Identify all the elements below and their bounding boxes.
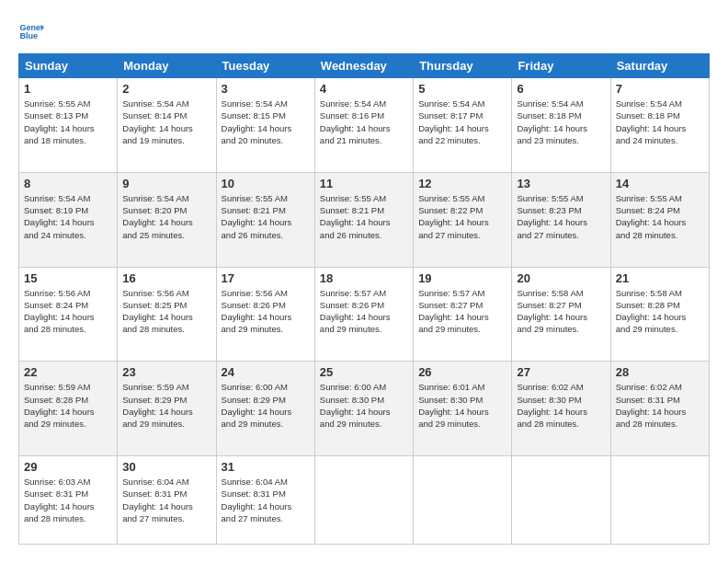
- cell-content-line: Daylight: 14 hours: [517, 406, 605, 418]
- cell-content-line: and 24 minutes.: [616, 134, 704, 146]
- cell-content-line: Sunrise: 5:55 AM: [517, 192, 605, 204]
- cell-content-line: Sunrise: 5:54 AM: [24, 192, 112, 204]
- day-number: 3: [222, 82, 310, 96]
- calendar-cell: 11Sunrise: 5:55 AMSunset: 8:21 PMDayligh…: [314, 172, 413, 267]
- day-number: 13: [517, 177, 605, 190]
- calendar-week-2: 15Sunrise: 5:56 AMSunset: 8:24 PMDayligh…: [19, 267, 710, 362]
- cell-content-line: Sunrise: 5:59 AM: [24, 381, 112, 393]
- calendar-cell: 10Sunrise: 5:55 AMSunset: 8:21 PMDayligh…: [216, 172, 314, 267]
- cell-content-line: Daylight: 14 hours: [24, 216, 112, 228]
- cell-content-line: and 26 minutes.: [320, 229, 408, 241]
- cell-content-line: Sunrise: 5:58 AM: [517, 287, 605, 299]
- day-number: 27: [517, 365, 605, 379]
- svg-text:General: General: [19, 23, 44, 32]
- calendar-week-0: 1Sunrise: 5:55 AMSunset: 8:13 PMDaylight…: [19, 78, 710, 173]
- cell-content-line: Sunset: 8:16 PM: [320, 109, 408, 121]
- day-number: 10: [222, 177, 310, 190]
- cell-content-line: and 27 minutes.: [418, 229, 506, 241]
- page: General Blue SundayMondayTuesdayWednesda…: [0, 0, 728, 563]
- day-number: 17: [222, 271, 310, 285]
- cell-content-line: and 29 minutes.: [320, 418, 408, 430]
- day-number: 5: [418, 82, 506, 96]
- cell-content-line: Sunrise: 5:55 AM: [616, 192, 704, 204]
- calendar-cell: 3Sunrise: 5:54 AMSunset: 8:15 PMDaylight…: [216, 78, 314, 173]
- calendar-cell: 25Sunrise: 6:00 AMSunset: 8:30 PMDayligh…: [314, 362, 413, 456]
- cell-content-line: Sunset: 8:23 PM: [517, 204, 605, 216]
- day-number: 2: [122, 82, 210, 96]
- cell-content-line: Sunrise: 5:58 AM: [616, 287, 704, 299]
- cell-content-line: Sunrise: 5:54 AM: [222, 98, 310, 109]
- cell-content-line: Sunset: 8:18 PM: [616, 109, 704, 121]
- cell-content-line: Sunrise: 5:54 AM: [418, 98, 506, 109]
- cell-content-line: Sunset: 8:30 PM: [517, 394, 605, 406]
- calendar-cell: 7Sunrise: 5:54 AMSunset: 8:18 PMDaylight…: [610, 78, 709, 173]
- day-number: 28: [616, 365, 704, 379]
- calendar-header-friday: Friday: [512, 54, 610, 78]
- cell-content-line: Sunrise: 6:02 AM: [616, 381, 704, 393]
- logo: General Blue: [18, 18, 48, 44]
- cell-content-line: and 27 minutes.: [222, 512, 310, 524]
- calendar-cell: 29Sunrise: 6:03 AMSunset: 8:31 PMDayligh…: [19, 456, 118, 545]
- cell-content-line: and 29 minutes.: [418, 418, 506, 430]
- day-number: 4: [320, 82, 408, 96]
- cell-content-line: Daylight: 14 hours: [418, 216, 506, 228]
- day-number: 12: [418, 177, 506, 190]
- cell-content-line: and 20 minutes.: [222, 134, 310, 146]
- day-number: 8: [24, 177, 112, 190]
- cell-content-line: Sunrise: 6:00 AM: [320, 381, 408, 393]
- day-number: 6: [517, 82, 605, 96]
- calendar-cell: 12Sunrise: 5:55 AMSunset: 8:22 PMDayligh…: [414, 172, 512, 267]
- cell-content-line: and 19 minutes.: [122, 134, 210, 146]
- cell-content-line: Sunrise: 6:01 AM: [418, 381, 506, 393]
- cell-content-line: Sunrise: 5:57 AM: [418, 287, 506, 299]
- cell-content-line: Daylight: 14 hours: [222, 406, 310, 418]
- calendar-cell: [512, 456, 610, 545]
- cell-content-line: Sunset: 8:26 PM: [320, 299, 408, 311]
- cell-content-line: Daylight: 14 hours: [418, 311, 506, 323]
- calendar-cell: 18Sunrise: 5:57 AMSunset: 8:26 PMDayligh…: [314, 267, 413, 362]
- cell-content-line: Sunrise: 5:55 AM: [320, 192, 408, 204]
- calendar-cell: 22Sunrise: 5:59 AMSunset: 8:28 PMDayligh…: [19, 362, 118, 456]
- day-number: 29: [24, 460, 112, 474]
- cell-content-line: Daylight: 14 hours: [222, 311, 310, 323]
- cell-content-line: and 29 minutes.: [517, 323, 605, 335]
- cell-content-line: Sunset: 8:29 PM: [122, 394, 210, 406]
- cell-content-line: and 28 minutes.: [122, 323, 210, 335]
- cell-content-line: and 29 minutes.: [320, 323, 408, 335]
- cell-content-line: Sunrise: 5:56 AM: [222, 287, 310, 299]
- calendar-cell: [414, 456, 512, 545]
- cell-content-line: Daylight: 14 hours: [24, 122, 112, 134]
- cell-content-line: Sunset: 8:29 PM: [222, 394, 310, 406]
- day-number: 19: [418, 271, 506, 285]
- cell-content-line: Daylight: 14 hours: [418, 406, 506, 418]
- cell-content-line: and 28 minutes.: [517, 418, 605, 430]
- cell-content-line: Daylight: 14 hours: [616, 406, 704, 418]
- cell-content-line: Daylight: 14 hours: [320, 216, 408, 228]
- cell-content-line: Daylight: 14 hours: [24, 406, 112, 418]
- cell-content-line: Sunset: 8:27 PM: [418, 299, 506, 311]
- cell-content-line: Daylight: 14 hours: [122, 311, 210, 323]
- cell-content-line: Sunset: 8:31 PM: [616, 394, 704, 406]
- cell-content-line: Sunset: 8:20 PM: [122, 204, 210, 216]
- cell-content-line: Sunset: 8:28 PM: [616, 299, 704, 311]
- cell-content-line: Daylight: 14 hours: [122, 122, 210, 134]
- cell-content-line: Sunset: 8:31 PM: [122, 488, 210, 500]
- calendar-cell: 23Sunrise: 5:59 AMSunset: 8:29 PMDayligh…: [118, 362, 216, 456]
- day-number: 15: [24, 271, 112, 285]
- day-number: 11: [320, 177, 408, 190]
- cell-content-line: Sunset: 8:31 PM: [24, 488, 112, 500]
- calendar-cell: 14Sunrise: 5:55 AMSunset: 8:24 PMDayligh…: [610, 172, 709, 267]
- cell-content-line: and 26 minutes.: [222, 229, 310, 241]
- cell-content-line: Sunset: 8:26 PM: [222, 299, 310, 311]
- cell-content-line: Sunset: 8:30 PM: [320, 394, 408, 406]
- calendar-header-monday: Monday: [118, 54, 216, 78]
- cell-content-line: Sunset: 8:18 PM: [517, 109, 605, 121]
- svg-text:Blue: Blue: [19, 31, 38, 40]
- cell-content-line: and 28 minutes.: [24, 323, 112, 335]
- day-number: 25: [320, 365, 408, 379]
- calendar-week-4: 29Sunrise: 6:03 AMSunset: 8:31 PMDayligh…: [19, 456, 710, 545]
- cell-content-line: Sunset: 8:21 PM: [320, 204, 408, 216]
- day-number: 9: [122, 177, 210, 190]
- calendar-cell: 17Sunrise: 5:56 AMSunset: 8:26 PMDayligh…: [216, 267, 314, 362]
- calendar-cell: 5Sunrise: 5:54 AMSunset: 8:17 PMDaylight…: [414, 78, 512, 173]
